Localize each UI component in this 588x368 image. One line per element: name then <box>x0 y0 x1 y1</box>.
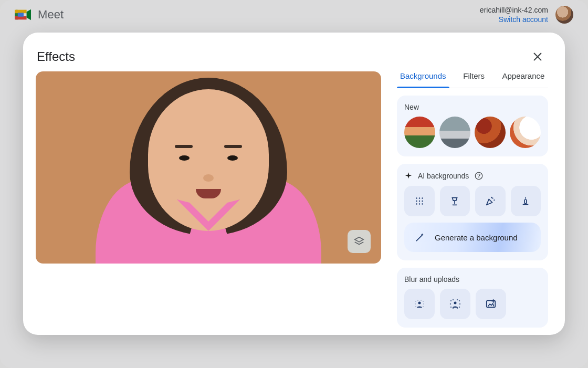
svg-point-11 <box>419 201 420 202</box>
upload-image-tile[interactable] <box>476 289 506 319</box>
svg-point-13 <box>416 203 417 204</box>
blur-strong-icon <box>449 298 461 310</box>
effects-toggle-button[interactable] <box>348 230 371 253</box>
svg-point-19 <box>415 301 416 302</box>
tab-backgrounds[interactable]: Backgrounds <box>397 71 449 88</box>
background-thumb[interactable] <box>439 117 470 148</box>
ai-tile-confetti[interactable] <box>475 186 506 216</box>
svg-point-36 <box>453 308 454 309</box>
section-new: New <box>397 96 548 156</box>
magic-wand-icon <box>415 232 425 243</box>
blur-light-icon <box>413 298 426 310</box>
effects-modal: Effects Backgrounds <box>23 33 565 335</box>
svg-rect-39 <box>487 301 496 308</box>
svg-point-31 <box>459 300 460 301</box>
svg-point-14 <box>419 203 420 204</box>
video-preview <box>36 71 381 264</box>
svg-point-38 <box>454 302 457 304</box>
close-icon <box>532 51 543 62</box>
svg-point-30 <box>457 299 458 300</box>
generate-background-button[interactable]: Generate a background <box>404 223 541 252</box>
svg-point-24 <box>423 303 424 304</box>
svg-point-15 <box>422 203 423 204</box>
candle-icon <box>520 195 531 207</box>
svg-point-32 <box>450 303 451 304</box>
ai-tile-lamp[interactable] <box>440 186 470 216</box>
svg-point-29 <box>453 299 454 300</box>
confetti-icon <box>485 195 496 207</box>
section-new-title: New <box>404 103 541 111</box>
blur-light-tile[interactable] <box>404 289 435 319</box>
svg-rect-18 <box>524 199 527 203</box>
tab-filters[interactable]: Filters <box>449 71 499 88</box>
modal-title: Effects <box>37 49 75 64</box>
background-thumb[interactable] <box>404 117 435 148</box>
svg-point-28 <box>450 300 452 301</box>
layers-icon <box>353 236 365 247</box>
svg-point-17 <box>494 199 495 201</box>
svg-point-33 <box>459 303 460 304</box>
background-thumb[interactable] <box>475 117 506 148</box>
lamp-icon <box>449 195 460 207</box>
svg-point-12 <box>422 201 423 202</box>
section-blur: Blur and uploads <box>397 268 548 328</box>
svg-point-23 <box>415 303 416 304</box>
svg-point-26 <box>423 306 424 307</box>
svg-point-22 <box>423 301 424 302</box>
sparkle-icon <box>404 172 413 180</box>
section-ai: AI backgrounds <box>397 164 548 260</box>
tab-appearance[interactable]: Appearance <box>499 71 548 88</box>
help-icon[interactable] <box>474 171 484 181</box>
background-thumb[interactable] <box>510 117 541 148</box>
svg-point-34 <box>450 307 452 308</box>
effects-side-panel: Backgrounds Filters Appearance New AI ba… <box>397 71 548 322</box>
svg-point-37 <box>457 308 458 309</box>
grid-icon <box>414 195 425 207</box>
upload-image-icon <box>485 298 497 310</box>
svg-point-8 <box>419 197 420 198</box>
blur-strong-tile[interactable] <box>440 289 470 319</box>
ai-tile-grid[interactable] <box>404 186 435 216</box>
section-ai-title: AI backgrounds <box>418 172 469 180</box>
svg-point-9 <box>422 197 423 198</box>
close-button[interactable] <box>527 46 548 67</box>
svg-point-25 <box>415 306 416 307</box>
section-blur-title: Blur and uploads <box>404 275 541 283</box>
generate-background-label: Generate a background <box>435 233 518 242</box>
effects-tabs: Backgrounds Filters Appearance <box>397 71 548 88</box>
ai-tile-candle[interactable] <box>511 186 541 216</box>
svg-point-6 <box>479 177 480 178</box>
svg-point-10 <box>416 201 417 202</box>
svg-point-21 <box>421 300 422 301</box>
svg-point-20 <box>417 300 418 301</box>
svg-point-27 <box>418 302 421 304</box>
svg-point-35 <box>459 307 460 308</box>
svg-point-7 <box>416 197 417 198</box>
